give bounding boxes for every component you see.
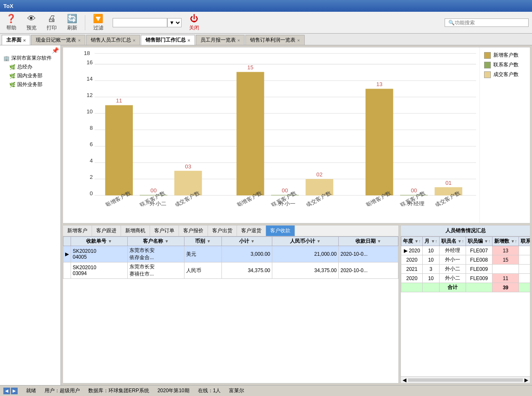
- sidebar-item-domestic[interactable]: 🌿 国内业务部: [2, 71, 59, 80]
- tab-cash-journal-label: 现金日记账一览表: [36, 37, 76, 44]
- chart-container: 0 2 4 6 8 10 12 14 16 18: [63, 47, 479, 223]
- total-label: 合计: [439, 283, 466, 292]
- refresh-button[interactable]: 🔄 刷新: [64, 13, 80, 32]
- receipt-table-scroll[interactable]: 收款单号 ▼ 客户名称 ▼ 币别 ▼ 小计 ▼ 人民币小计 ▼ 收款日期 ▼ ▶: [63, 236, 398, 383]
- col-new-count[interactable]: 新增数 ▼↑: [492, 237, 519, 246]
- col-staff-name[interactable]: 职员名 ▼↑: [439, 237, 466, 246]
- total-code: [466, 283, 492, 292]
- preview-button[interactable]: 👁 预览: [24, 13, 39, 32]
- summary-row[interactable]: ▶ 2020 10 外经理 FLE007 13: [401, 246, 530, 255]
- left-table-panel: 新增客户 客户跟进 新增商机 客户订单 客户报价 客户出货 客户退货 客户收款: [63, 225, 399, 383]
- sub-tab-payment[interactable]: 客户收款: [266, 226, 295, 236]
- sub-tab-new-customer[interactable]: 新增客户: [63, 226, 92, 236]
- sub-tab-follow-up[interactable]: 客户跟进: [92, 226, 121, 236]
- nav-prev-button[interactable]: ◀: [3, 388, 10, 394]
- col-contacts[interactable]: 联系数 ▼↑: [519, 237, 530, 246]
- title-bar: ToX: [0, 0, 532, 12]
- logo-text: ToX: [3, 3, 13, 9]
- sub-tabs: 新增客户 客户跟进 新增商机 客户订单 客户报价 客户出货 客户退货 客户收款: [63, 226, 398, 236]
- sub-tab-new-opportunity[interactable]: 新增商机: [121, 226, 150, 236]
- svg-rect-34: [366, 89, 393, 195]
- tab-sales-dept-close[interactable]: ×: [187, 38, 190, 43]
- legend-new-label: 新增客户数: [493, 52, 519, 59]
- sub-tab-return[interactable]: 客户退货: [237, 226, 266, 236]
- tab-sales-staff-close[interactable]: ×: [133, 38, 135, 43]
- tab-monthly-report[interactable]: 员工月报一览表 ×: [196, 35, 245, 45]
- col-year[interactable]: 年度 ▼↑: [401, 237, 423, 246]
- tab-monthly-close[interactable]: ×: [237, 38, 240, 43]
- col-month[interactable]: 月 ▼↑: [423, 237, 439, 246]
- tab-home[interactable]: 主界面 ×: [2, 35, 30, 45]
- main-content: 📌 🏢 深圳市富莱尔软件 🌿 总经办 🌿 国内业务部 🌿 国外业务部 0 2: [0, 45, 532, 385]
- tab-cash-close[interactable]: ×: [78, 38, 80, 43]
- bottom-section: 新增客户 客户跟进 新增商机 客户订单 客户报价 客户出货 客户退货 客户收款: [63, 225, 530, 383]
- svg-text:8: 8: [90, 125, 92, 131]
- sub-tab-shipment[interactable]: 客户出货: [208, 226, 237, 236]
- scroll-track[interactable]: [408, 378, 523, 382]
- col-customer[interactable]: 客户名称 ▼: [128, 237, 184, 246]
- summary-row[interactable]: 2020 10 外小二 FLE009 11: [401, 274, 530, 283]
- search-dropdown[interactable]: ▼: [167, 18, 182, 27]
- sidebar-item-company[interactable]: 🏢 深圳市富莱尔软件: [2, 54, 59, 63]
- help-label: 帮助: [6, 24, 16, 31]
- scroll-left-icon[interactable]: ◀: [403, 377, 406, 383]
- summary-row[interactable]: 2020 10 外小一 FLE008 15: [401, 255, 530, 265]
- month: 10: [423, 246, 439, 255]
- func-search-input[interactable]: [455, 20, 522, 26]
- legend-contact-label: 联系客户数: [493, 61, 519, 68]
- cny-subtotal: 21,000.00: [272, 246, 339, 262]
- summary-table-scroll[interactable]: 年度 ▼↑ 月 ▼↑ 职员名 ▼↑ 职员编 ▼↑ 新增数 ▼↑ 联系数 ▼↑ ▶…: [401, 236, 530, 376]
- close-icon: ⏻: [190, 14, 198, 24]
- help-button[interactable]: ❓ 帮助: [3, 13, 19, 32]
- col-subtotal[interactable]: 小计 ▼: [222, 237, 272, 246]
- status-bar: ◀ ▶ 就绪 用户：超级用户 数据库：环球集团ERP系统 2020年第10期 在…: [0, 385, 532, 396]
- sidebar-item-general-office[interactable]: 🌿 总经办: [2, 63, 59, 71]
- new-count: 11: [492, 274, 519, 283]
- svg-text:01: 01: [445, 180, 452, 186]
- pin-button[interactable]: 📌: [2, 47, 59, 54]
- print-button[interactable]: 🖨 打印: [44, 13, 59, 32]
- svg-text:12: 12: [87, 92, 93, 98]
- tab-order-profit-close[interactable]: ×: [297, 38, 300, 43]
- func-search-box[interactable]: 🔍: [445, 18, 529, 27]
- year: ▶ 2020: [401, 246, 423, 255]
- table-row[interactable]: ▶ SK20201004005 东莞市长安依存金合... 美元 3,000.00…: [63, 246, 398, 262]
- status-text: 就绪: [26, 387, 36, 394]
- sidebar: 📌 🏢 深圳市富莱尔软件 🌿 总经办 🌿 国内业务部 🌿 国外业务部: [0, 45, 61, 385]
- print-icon: 🖨: [47, 14, 56, 24]
- staff-name: 外小二: [439, 274, 466, 283]
- customer-name: 东莞市长安赛禧仕市...: [128, 262, 184, 279]
- sub-tab-order[interactable]: 客户订单: [150, 226, 179, 236]
- col-receipt-no[interactable]: 收款单号 ▼: [71, 237, 128, 246]
- filter-icon: 🔽: [93, 13, 103, 24]
- table-row[interactable]: SK20201003094 东莞市长安赛禧仕市... 人民币 34,375.00…: [63, 262, 398, 279]
- tab-home-close[interactable]: ×: [23, 38, 26, 43]
- close-button[interactable]: ⏻ 关闭: [187, 13, 202, 32]
- scroll-right-icon[interactable]: ▶: [524, 377, 528, 383]
- search-input[interactable]: [113, 18, 167, 27]
- svg-rect-27: [237, 72, 264, 195]
- svg-text:03: 03: [185, 163, 191, 170]
- tab-sales-dept[interactable]: 销售部门工作汇总 ×: [141, 35, 195, 45]
- col-cny-subtotal[interactable]: 人民币小计 ▼: [272, 237, 339, 246]
- tab-sales-staff[interactable]: 销售人员工作汇总 ×: [86, 35, 140, 45]
- col-date[interactable]: 收款日期 ▼: [339, 237, 398, 246]
- col-staff-code[interactable]: 职员编 ▼↑: [466, 237, 492, 246]
- svg-text:10: 10: [87, 108, 93, 115]
- user-info: 用户：超级用户: [45, 387, 80, 394]
- filter-button[interactable]: 🔽 过滤: [90, 13, 106, 32]
- col-currency[interactable]: 币别 ▼: [184, 237, 222, 246]
- scroll-bar[interactable]: ◀ ▶: [401, 376, 530, 383]
- month: 10: [423, 255, 439, 265]
- tab-order-profit[interactable]: 销售订单利润一览表 ×: [245, 35, 304, 45]
- summary-table: 年度 ▼↑ 月 ▼↑ 职员名 ▼↑ 职员编 ▼↑ 新增数 ▼↑ 联系数 ▼↑ ▶…: [401, 236, 530, 292]
- tab-cash-journal[interactable]: 现金日记账一览表 ×: [31, 35, 85, 45]
- sidebar-item-foreign[interactable]: 🌿 国外业务部: [2, 80, 59, 89]
- toolbar: ❓ 帮助 👁 预览 🖨 打印 🔄 刷新 🔽 过滤 ▼ ⏻ 关闭 🔍: [0, 12, 532, 34]
- nav-next-button[interactable]: ▶: [11, 388, 18, 394]
- general-office-label: 总经办: [17, 63, 32, 71]
- sub-tab-quote[interactable]: 客户报价: [179, 226, 208, 236]
- refresh-label: 刷新: [67, 24, 77, 31]
- summary-row[interactable]: 2021 3 外小二 FLE009: [401, 265, 530, 274]
- svg-text:00: 00: [150, 188, 157, 194]
